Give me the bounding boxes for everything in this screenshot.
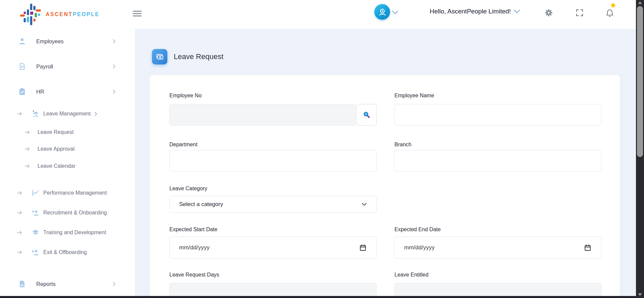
employee-name-label: Employee Name [394, 93, 434, 99]
brand-logo[interactable]: ASCENTPEOPLE [19, 1, 133, 28]
sidebar-item-label: Leave Approval [38, 146, 74, 152]
expected-start-date-label: Expected Start Date [169, 227, 217, 233]
sidebar-item-training-development[interactable]: Training and Development [0, 227, 135, 238]
scrollbar-up-arrow[interactable] [636, 0, 644, 5]
top-bar: ASCENTPEOPLE Hello, AscentPeople Limited… [0, 0, 636, 29]
sidebar-item-label: HR [36, 89, 44, 95]
brand-logo-text: ASCENTPEOPLE [46, 11, 100, 17]
search-icon [363, 111, 371, 119]
sidebar-item-hr[interactable]: HR [0, 86, 135, 97]
sidebar-item-label: Exit & Offboarding [43, 249, 87, 255]
leave-request-days-label: Leave Request Days [169, 272, 219, 278]
sidebar-item-label: Reports [36, 281, 56, 287]
user-x-icon [32, 248, 40, 256]
sidebar-item-recruitment-onboarding[interactable]: Recruitment & Onboarding [0, 207, 135, 218]
sidebar-item-label: Payroll [36, 63, 53, 70]
user-avatar-icon [377, 7, 387, 17]
scrollbar-thumb[interactable] [637, 6, 643, 157]
employee-name-input[interactable] [394, 104, 601, 126]
main-content: Leave Request Employee No Employee Name … [135, 29, 636, 296]
sidebar-item-label: Leave Calendar [38, 163, 75, 169]
arrow-right-icon [24, 164, 30, 168]
page-title-icon [152, 49, 167, 64]
user-icon [18, 37, 26, 45]
page-title: Leave Request [174, 52, 223, 61]
leave-entitled-label: Leave Entitled [394, 272, 428, 278]
brand-name-primary: ASCENT [46, 11, 73, 17]
expected-start-date-input[interactable] [169, 237, 377, 259]
chevron-down-icon [514, 9, 520, 14]
sidebar-item-performance-management[interactable]: Performance Management [0, 188, 135, 198]
sidebar-item-label: Performance Management [43, 190, 107, 196]
employee-search-button[interactable] [356, 104, 377, 126]
chevron-right-icon [94, 112, 98, 116]
expected-end-date-input[interactable] [394, 237, 601, 259]
employee-no-input[interactable] [169, 104, 356, 126]
bell-icon [605, 8, 614, 17]
vacation-icon [32, 110, 40, 118]
user-plus-icon [32, 209, 40, 217]
vertical-scrollbar[interactable] [636, 0, 644, 298]
sidebar-item-leave-management[interactable]: Leave Management [0, 108, 135, 119]
notifications-button[interactable] [604, 7, 615, 18]
arrow-right-icon [17, 111, 22, 116]
sidebar-item-label: Leave Management [43, 111, 91, 117]
arrow-right-icon [24, 147, 30, 151]
notification-dot-badge [611, 3, 615, 7]
fullscreen-button[interactable] [574, 7, 585, 18]
sidebar-item-leave-approval[interactable]: Leave Approval [0, 144, 135, 154]
fullscreen-icon [576, 9, 583, 16]
department-label: Department [169, 142, 198, 148]
sidebar-item-label: Employees [36, 38, 64, 45]
chevron-right-icon [112, 282, 116, 286]
leave-category-selected-value: Select a category [179, 201, 223, 208]
leave-request-form-card: Employee No Employee Name Department Bra… [150, 75, 620, 298]
sidebar-nav: Employees Payroll HR [0, 29, 135, 296]
sidebar-item-label: Leave Request [38, 129, 74, 135]
document-icon [18, 62, 26, 70]
tenant-greeting-dropdown[interactable]: Hello, AscentPeople Limited! [430, 8, 520, 15]
employee-no-label: Employee No [169, 93, 202, 99]
leave-category-select[interactable]: Select a category [169, 196, 377, 213]
triangle-down-icon [638, 293, 642, 296]
brand-name-secondary: PEOPLE [73, 11, 100, 17]
settings-button[interactable] [543, 7, 554, 18]
chevron-down-icon [392, 10, 398, 15]
line-chart-icon [32, 189, 40, 197]
chevron-right-icon [112, 39, 116, 44]
chevron-right-icon [112, 89, 116, 94]
sidebar-item-exit-offboarding[interactable]: Exit & Offboarding [0, 247, 135, 258]
chevron-down-icon [362, 202, 367, 206]
sidebar-toggle-button[interactable] [133, 8, 144, 19]
leave-category-label: Leave Category [169, 186, 207, 192]
user-avatar[interactable] [374, 4, 390, 20]
clipboard-check-icon [18, 88, 26, 96]
sidebar-item-payroll[interactable]: Payroll [0, 61, 135, 72]
gear-icon [544, 8, 553, 17]
chevron-right-icon [112, 64, 116, 69]
arrow-right-icon [17, 210, 22, 215]
avatar-dropdown-chevron[interactable] [392, 10, 398, 16]
expected-end-date-label: Expected End Date [394, 227, 441, 233]
sidebar-item-reports[interactable]: Reports [0, 279, 135, 289]
sidebar-item-leave-request[interactable]: Leave Request [0, 127, 135, 138]
hamburger-icon [133, 11, 142, 12]
money-icon [155, 52, 164, 61]
graduation-cap-icon [32, 229, 40, 237]
sidebar-item-employees[interactable]: Employees [0, 36, 135, 47]
branch-input[interactable] [394, 150, 601, 171]
sidebar-item-label: Training and Development [43, 230, 106, 236]
department-input[interactable] [169, 150, 377, 171]
app-window: ASCENTPEOPLE Hello, AscentPeople Limited… [0, 0, 644, 298]
brand-logo-icon [19, 4, 44, 25]
scrollbar-down-arrow[interactable] [636, 292, 644, 297]
greeting-text: Hello, AscentPeople Limited! [430, 8, 511, 15]
sidebar-item-label: Recruitment & Onboarding [43, 210, 107, 216]
sidebar-item-leave-calendar[interactable]: Leave Calendar [0, 161, 135, 171]
branch-label: Branch [394, 142, 412, 148]
arrow-right-icon [17, 250, 22, 255]
triangle-up-icon [638, 1, 642, 4]
bottom-edge-bar [0, 296, 644, 298]
arrow-right-icon [17, 191, 22, 195]
report-icon [18, 280, 26, 288]
